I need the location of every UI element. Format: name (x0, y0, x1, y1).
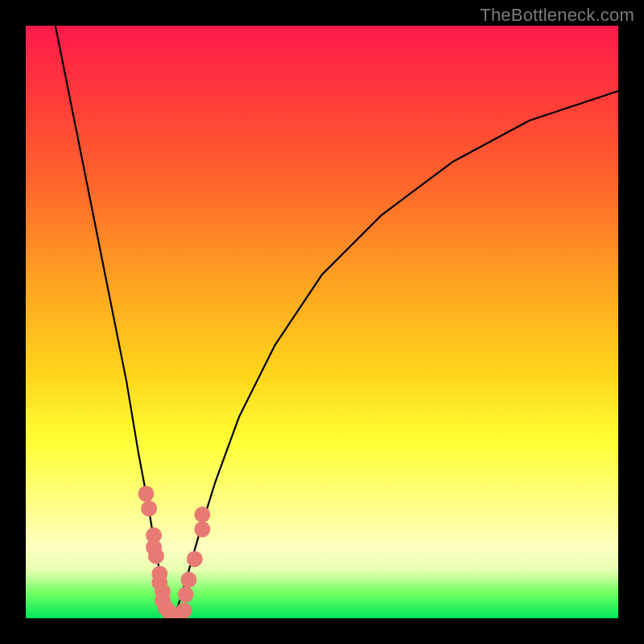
curve-layer (26, 26, 618, 618)
marker-dot (187, 551, 203, 567)
marker-dot (194, 522, 210, 538)
curve-right-branch (174, 91, 618, 618)
watermark-text: TheBottleneck.com (480, 5, 634, 26)
marker-dot (178, 587, 194, 603)
chart-frame: TheBottleneck.com (0, 0, 644, 644)
plot-area (26, 26, 618, 618)
marker-dot (148, 548, 164, 564)
marker-dot (180, 572, 196, 588)
marker-dot (194, 506, 210, 522)
marker-dot (176, 602, 192, 618)
marker-dot (138, 485, 154, 502)
marker-dot (141, 501, 157, 517)
